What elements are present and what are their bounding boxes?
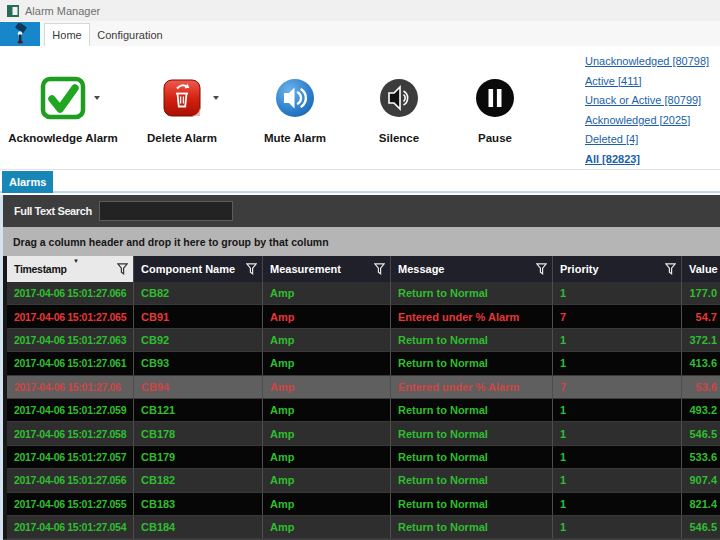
cell-timestamp: 2017-04-06 15:01:27.054 [7,516,134,538]
cell-measurement: Amp [263,516,391,538]
full-text-search-input[interactable] [99,201,233,221]
cell-priority: 1 [553,493,682,515]
component-name-filter-icon[interactable] [246,263,257,275]
acknowledge-dropdown-arrow[interactable] [94,96,100,100]
alarms-tab-strip: Alarms [0,170,720,193]
alarm-row[interactable]: 2017-04-06 15:01:27.059CB121AmpReturn to… [7,399,720,422]
measurement-filter-icon[interactable] [374,263,385,275]
cell-timestamp: 2017-04-06 15:01:27.066 [7,282,134,304]
cell-timestamp: 2017-04-06 15:01:27.055 [7,493,134,515]
cell-timestamp: 2017-04-06 15:01:27.061 [7,352,134,374]
alarm-row[interactable]: 2017-04-06 15:01:27.055CB183AmpReturn to… [7,493,720,516]
delete-dropdown-arrow[interactable] [213,96,219,100]
alarm-row[interactable]: 2017-04-06 15:01:27.063CB92AmpReturn to … [7,329,720,352]
cell-measurement: Amp [263,376,391,398]
cell-value: 54.7 [682,305,720,327]
mute-speaker-icon [275,78,315,118]
link-acknowledged[interactable]: Acknowledged [2025] [585,111,709,131]
cell-message: Return to Normal [391,469,553,491]
cell-priority: 7 [553,305,682,327]
cell-measurement: Amp [263,469,391,491]
acknowledge-check-icon [40,76,86,120]
cell-message: Return to Normal [391,352,553,374]
tab-alarms-label: Alarms [9,176,46,188]
cell-value: 821.4 [682,493,720,515]
column-header-message[interactable]: Message [391,256,553,282]
alarm-manager-window: Alarm Manager Home Configuration Acknowl… [0,0,720,540]
mute-alarm-button[interactable]: Mute Alarm [243,68,347,144]
cell-message: Return to Normal [391,422,553,444]
app-menu-icon [9,23,31,45]
cell-component: CB179 [134,446,263,468]
tab-configuration-label: Configuration [97,29,162,41]
pause-label: Pause [478,132,512,144]
cell-component: CB121 [134,399,263,421]
cell-timestamp: 2017-04-06 15:01:27.057 [7,446,134,468]
alarm-row[interactable]: 2017-04-06 15:01:27.054CB184AmpReturn to… [7,516,720,539]
delete-alarm-label: Delete Alarm [147,132,217,144]
alarm-row[interactable]: 2017-04-06 15:01:27.058CB178AmpReturn to… [7,422,720,445]
cell-value: 53.6 [682,376,720,398]
cell-measurement: Amp [263,282,391,304]
alarms-panel: Full Text Search Drag a column header an… [0,195,720,540]
delete-trash-icon [163,78,201,118]
cell-timestamp: 2017-04-06 15:01:27.063 [7,329,134,351]
full-text-search-row: Full Text Search [3,195,720,227]
tab-configuration[interactable]: Configuration [92,23,168,46]
tab-home[interactable]: Home [44,23,90,46]
column-header-message-label: Message [398,263,444,275]
link-unack-or-active[interactable]: Unack or Active [80799] [585,91,709,111]
cell-component: CB183 [134,493,263,515]
cell-priority: 1 [553,469,682,491]
cell-priority: 1 [553,329,682,351]
cell-message: Return to Normal [391,493,553,515]
alarm-row[interactable]: 2017-04-06 15:01:27.066CB82AmpReturn to … [7,282,720,305]
column-header-priority[interactable]: Priority [553,256,682,282]
cell-value: 177.0 [682,282,720,304]
cell-component: CB82 [134,282,263,304]
link-all[interactable]: All [82823] [585,150,709,170]
cell-priority: 1 [553,446,682,468]
alarm-row[interactable]: 2017-04-06 15:01:27.061CB93AmpReturn to … [7,352,720,375]
pause-icon [475,78,515,118]
column-header-measurement[interactable]: Measurement [263,256,391,282]
silence-label: Silence [379,132,419,144]
sort-descending-icon: ▼ [73,258,79,264]
cell-value: 533.6 [682,446,720,468]
timestamp-filter-icon[interactable] [117,263,128,275]
alarm-row[interactable]: 2017-04-06 15:01:27.065CB91AmpEntered un… [7,305,720,328]
full-text-search-label: Full Text Search [14,205,92,217]
column-header-component-name[interactable]: Component Name [134,256,263,282]
column-header-timestamp[interactable]: Timestamp ▼ [7,256,134,282]
column-header-priority-label: Priority [560,263,599,275]
pause-button[interactable]: Pause [443,68,547,144]
cell-component: CB178 [134,422,263,444]
link-active[interactable]: Active [411] [585,72,709,92]
cell-value: 413.6 [682,352,720,374]
tab-alarms[interactable]: Alarms [2,171,53,193]
tab-home-label: Home [52,29,81,41]
group-by-drop-zone[interactable]: Drag a column header and drop it here to… [3,227,720,256]
alarm-row[interactable]: 2017-04-06 15:01:27.06CB94AmpEntered und… [7,376,720,399]
column-header-value[interactable]: Value [682,256,720,282]
ribbon-tab-bar: Home Configuration [0,21,720,46]
message-filter-icon[interactable] [536,263,547,275]
app-window-icon [7,5,19,17]
alarm-row[interactable]: 2017-04-06 15:01:27.056CB182AmpReturn to… [7,469,720,492]
link-unacknowledged[interactable]: Unacknowledged [80798] [585,52,709,72]
cell-priority: 1 [553,422,682,444]
acknowledge-alarm-button[interactable]: Acknowledge Alarm [8,68,118,144]
mute-alarm-label: Mute Alarm [264,132,326,144]
priority-filter-icon[interactable] [665,263,676,275]
delete-alarm-button[interactable]: Delete Alarm [130,68,234,144]
link-deleted[interactable]: Deleted [4] [585,130,709,150]
alarms-table-body: 2017-04-06 15:01:27.066CB82AmpReturn to … [7,282,720,539]
cell-message: Return to Normal [391,446,553,468]
silence-button[interactable]: Silence [347,68,451,144]
cell-component: CB91 [134,305,263,327]
alarm-row[interactable]: 2017-04-06 15:01:27.057CB179AmpReturn to… [7,446,720,469]
application-menu-button[interactable] [0,22,40,46]
silence-speaker-icon [379,78,419,118]
cell-component: CB94 [134,376,263,398]
cell-value: 907.4 [682,469,720,491]
